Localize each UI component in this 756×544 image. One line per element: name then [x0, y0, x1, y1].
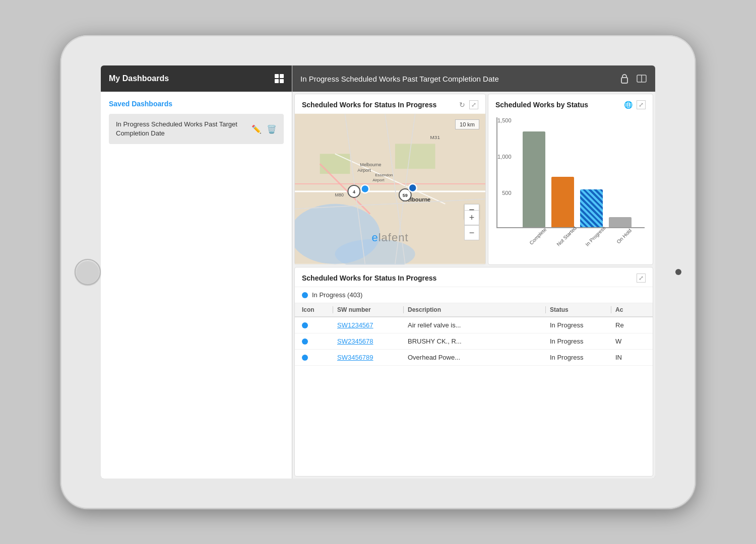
col-action-header: Ac: [615, 306, 646, 313]
sidebar-title: My Dashboards: [109, 74, 169, 83]
map-watermark-e: e: [371, 231, 378, 244]
map-widget-title: Scheduled Works for Status In Progress: [302, 100, 436, 109]
delete-icon[interactable]: 🗑️: [267, 124, 277, 134]
row2-description: BRUSHY CK., R...: [408, 337, 550, 345]
header-bar: In Progress Scheduled Works Past Target …: [292, 65, 655, 92]
y-label-1000: 1,000: [497, 154, 512, 160]
dashboard-item[interactable]: In Progress Scheduled Works Past Target …: [109, 114, 284, 144]
row1-icon: [302, 322, 337, 328]
bar-in-progress-group: [580, 117, 603, 227]
screen: My Dashboards Saved Dashboards In Progre…: [101, 65, 655, 479]
chart-container: 1,500 1,000 500: [488, 113, 653, 254]
table-row: SW2345678 BRUSHY CK., R... In Progress W: [295, 333, 653, 350]
refresh-icon[interactable]: ↻: [459, 101, 465, 109]
map-watermark: elafent: [371, 231, 408, 244]
row1-action: Re: [615, 321, 646, 329]
svg-text:Airport: Airport: [372, 178, 385, 182]
home-button[interactable]: [75, 259, 101, 285]
table-widget-title: Scheduled Works for Status In Progress: [302, 274, 436, 283]
map-zoom-out-button[interactable]: −: [464, 225, 479, 240]
bar-complete: [523, 131, 545, 227]
x-label-not-started: Not Started: [556, 225, 578, 247]
y-label-500: 500: [502, 190, 511, 196]
header-title: In Progress Scheduled Works Past Target …: [300, 75, 499, 83]
svg-rect-0: [621, 78, 627, 83]
table-widget-header: Scheduled Works for Status In Progress ⤢: [295, 267, 653, 287]
row2-icon: [302, 338, 337, 345]
row1-description: Air relief valve is...: [408, 321, 550, 329]
row2-sw-number[interactable]: SW2345678: [337, 337, 408, 345]
table-header: Icon SW number Description Status Ac: [295, 303, 653, 317]
svg-text:Essendon: Essendon: [375, 173, 393, 177]
map-widget-header: Scheduled Works for Status In Progress ↻…: [295, 94, 485, 113]
main-content: My Dashboards Saved Dashboards In Progre…: [101, 65, 655, 479]
y-label-1500: 1,500: [497, 117, 512, 123]
filter-row: In Progress (403): [295, 287, 653, 303]
bar-not-started-group: [551, 117, 574, 227]
widget-grid-top: Scheduled Works for Status In Progress ↻…: [292, 92, 655, 267]
col-sw-header: SW number: [337, 306, 404, 313]
map-zoom-in-button[interactable]: +: [464, 210, 479, 225]
bar-on-hold-group: [609, 117, 632, 227]
chart-widget-title: Scheduled Works by Status: [495, 100, 588, 109]
table-row: SW3456789 Overhead Powe... In Progress I…: [295, 350, 653, 366]
filter-dot: [302, 292, 308, 298]
map-widget: Scheduled Works for Status In Progress ↻…: [294, 94, 486, 265]
x-axis-labels: Complete Not Started In Progress On Hold: [496, 232, 645, 240]
x-label-in-progress: In Progress: [584, 225, 606, 247]
saved-dashboards-label: Saved Dashboards: [109, 100, 284, 108]
svg-text:M80: M80: [335, 192, 344, 197]
bar-in-progress: [580, 189, 603, 227]
row3-sw-number[interactable]: SW3456789: [337, 354, 408, 361]
svg-rect-7: [395, 144, 435, 169]
col-icon-header: Icon: [302, 306, 333, 313]
map-container: Melbourne Airport M31 M80 Essendon Airpo…: [295, 113, 485, 264]
globe-icon[interactable]: 🌐: [624, 101, 633, 109]
table-widget: Scheduled Works for Status In Progress ⤢…: [294, 267, 653, 477]
svg-text:Melbourne: Melbourne: [360, 162, 381, 167]
dashboard-item-actions: ✏️ 🗑️: [251, 124, 277, 134]
svg-text:M31: M31: [430, 134, 440, 140]
svg-text:4: 4: [353, 189, 355, 194]
map-zoom-controls: + −: [464, 210, 479, 240]
row3-icon: [302, 355, 337, 361]
bar-not-started: [551, 177, 574, 227]
chart-area: 1,500 1,000 500: [496, 117, 645, 228]
filter-label: In Progress (403): [312, 291, 362, 299]
svg-point-28: [409, 184, 417, 192]
map-widget-controls: ↻ ⤢: [459, 100, 478, 109]
chart-widget: Scheduled Works by Status 🌐 ⤢ 1,500 1,00…: [488, 94, 653, 265]
grid-icon[interactable]: [275, 74, 284, 83]
chart-expand-icon[interactable]: ⤢: [637, 100, 646, 109]
table-expand-icon[interactable]: ⤢: [637, 274, 646, 283]
lock-icon[interactable]: [619, 73, 630, 84]
sidebar: My Dashboards Saved Dashboards In Progre…: [101, 65, 292, 479]
row3-description: Overhead Powe...: [408, 354, 550, 361]
header-icons: [619, 73, 647, 84]
svg-text:59: 59: [403, 193, 408, 198]
row1-status: In Progress: [550, 321, 615, 329]
y-axis-labels: 1,500 1,000 500: [497, 117, 516, 227]
row1-sw-number[interactable]: SW1234567: [337, 321, 408, 329]
table-body: SW1234567 Air relief valve is... In Prog…: [295, 317, 653, 476]
map-scale: 10 km: [455, 119, 479, 129]
row2-status: In Progress: [550, 337, 615, 345]
row3-status: In Progress: [550, 354, 615, 361]
side-dot: [675, 269, 681, 275]
split-view-icon[interactable]: [636, 73, 647, 84]
dashboard-item-text: In Progress Scheduled Works Past Target …: [116, 120, 246, 138]
ipad-frame: My Dashboards Saved Dashboards In Progre…: [60, 35, 696, 509]
map-expand-icon[interactable]: ⤢: [469, 100, 478, 109]
chart-widget-header: Scheduled Works by Status 🌐 ⤢: [488, 94, 653, 113]
svg-text:Airport: Airport: [357, 168, 371, 173]
bar-complete-group: [523, 117, 545, 227]
svg-rect-6: [320, 154, 350, 174]
row3-action: IN: [615, 354, 646, 361]
bar-on-hold: [609, 217, 632, 227]
right-panel: In Progress Scheduled Works Past Target …: [292, 65, 655, 479]
col-desc-header: Description: [408, 306, 546, 313]
sidebar-body: Saved Dashboards In Progress Scheduled W…: [101, 92, 292, 479]
svg-point-27: [361, 185, 369, 193]
x-label-complete: Complete: [528, 227, 547, 246]
edit-icon[interactable]: ✏️: [251, 124, 262, 134]
